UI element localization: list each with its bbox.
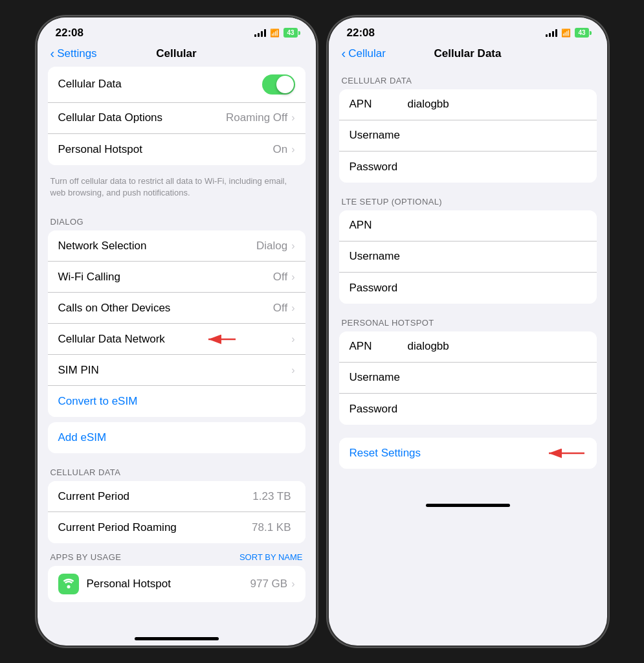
wifi-icon-1: 📶 [270,28,280,38]
apn-row-lte[interactable]: APN [339,210,597,242]
convert-esim-row[interactable]: Convert to eSIM [48,386,305,417]
password-label-cellular: Password [350,161,408,174]
nav-bar-2: ‹ Cellular Cellular Data [329,43,607,67]
chevron-back-icon-2: ‹ [342,47,346,60]
status-icons-1: 📶 43 [254,28,297,38]
personal-hotspot-app-label: Personal Hotspot [87,578,250,590]
current-period-value: 1.23 TB [252,490,291,503]
apn-value-hotspot: dialogbb [408,340,586,353]
time-1: 22:08 [56,27,83,39]
password-row-lte[interactable]: Password [339,273,597,304]
cellular-description: Turn off cellular data to restrict all d… [38,170,316,208]
scroll-content-2: CELLULAR DATA APN dialogbb Username Pass… [329,67,607,493]
username-label-cellular: Username [350,129,408,142]
password-row-hotspot[interactable]: Password [339,394,597,425]
home-indicator-1 [135,637,219,640]
personal-hotspot-row[interactable]: Personal Hotspot On › [48,134,305,165]
wifi-calling-value: Off [273,271,287,284]
apn-value-cellular: dialogbb [408,98,586,111]
cellular-data-network-row[interactable]: Cellular Data Network › [48,324,305,355]
wifi-icon-2: 📶 [561,28,571,38]
calls-other-devices-row[interactable]: Calls on Other Devices Off › [48,293,305,324]
cellular-data-options-row[interactable]: Cellular Data Options Roaming Off › [48,103,305,134]
time-2: 22:08 [347,27,375,39]
apn-row-hotspot[interactable]: APN dialogbb [339,332,597,363]
apps-list-card: Personal Hotspot 977 GB › [48,566,305,602]
data-stats-card: Current Period 1.23 TB Current Period Ro… [48,481,305,543]
chevron-icon-6: › [291,333,294,345]
lte-section-label: LTE SETUP (OPTIONAL) [329,188,607,210]
sort-by-name-button[interactable]: SORT BY NAME [239,552,303,562]
red-arrow-1 [203,333,239,346]
chevron-icon-4: › [291,271,294,283]
status-bar-1: 22:08 📶 43 [38,17,316,43]
password-label-hotspot: Password [350,403,408,416]
add-esim-label: Add eSIM [58,431,295,444]
add-esim-row[interactable]: Add eSIM [48,422,305,453]
apn-label-lte: APN [350,219,408,232]
phone-1: 22:08 📶 43 ‹ Settings Cellular Cellul [38,17,316,646]
network-selection-value: Dialog [256,240,287,253]
sim-pin-row[interactable]: SIM PIN › [48,355,305,386]
cellular-data-network-label: Cellular Data Network [58,333,292,346]
network-selection-label: Network Selection [58,240,256,253]
password-row-cellular[interactable]: Password [339,152,597,183]
lte-fields-card: APN Username Password [339,210,597,304]
chevron-icon-5: › [291,302,294,314]
username-row-cellular[interactable]: Username [339,120,597,152]
battery-icon-2: 43 [575,28,588,38]
status-bar-2: 22:08 📶 43 [329,17,607,43]
wifi-calling-row[interactable]: Wi-Fi Calling Off › [48,262,305,293]
cellular-data-row[interactable]: Cellular Data [48,67,305,103]
cellular-data-section-label-2: CELLULAR DATA [329,67,607,89]
chevron-icon-2: › [291,144,294,155]
chevron-icon-3: › [291,240,294,252]
current-period-roaming-label: Current Period Roaming [58,521,252,534]
back-label-2: Cellular [348,47,386,60]
status-icons-2: 📶 43 [546,28,588,38]
username-label-lte: Username [350,250,408,263]
username-row-hotspot[interactable]: Username [339,363,597,394]
page-title-2: Cellular Data [406,47,529,60]
wifi-calling-label: Wi-Fi Calling [58,271,273,284]
nav-bar-1: ‹ Settings Cellular [38,43,316,67]
apn-row-cellular[interactable]: APN dialogbb [339,89,597,120]
cellular-data-card: Cellular Data Cellular Data Options Roam… [48,67,305,165]
current-period-roaming-row: Current Period Roaming 78.1 KB [48,512,305,543]
current-period-row: Current Period 1.23 TB [48,481,305,512]
phone-2: 22:08 📶 43 ‹ Cellular Cellular Data CELL… [329,17,607,646]
cellular-data-options-value: Roaming Off [226,111,287,124]
red-arrow-2 [542,447,588,460]
back-button-2[interactable]: ‹ Cellular [342,47,406,60]
toggle-thumb [276,76,294,93]
scroll-content-1: Cellular Data Cellular Data Options Roam… [38,67,316,627]
back-button-1[interactable]: ‹ Settings [50,47,115,60]
apn-label-hotspot: APN [350,340,408,353]
personal-hotspot-label: Personal Hotspot [58,143,273,156]
current-period-label: Current Period [58,490,253,503]
chevron-back-icon-1: ‹ [50,47,55,60]
cellular-data-label: Cellular Data [58,78,262,91]
cellular-data-fields-card: APN dialogbb Username Password [339,89,597,183]
sim-pin-label: SIM PIN [58,364,292,377]
apps-by-usage-label: APPS BY USAGE [50,552,122,562]
username-row-lte[interactable]: Username [339,242,597,273]
page-title-1: Cellular [115,47,238,60]
personal-hotspot-value: On [272,143,287,156]
convert-esim-label: Convert to eSIM [58,395,295,408]
cellular-data-options-label: Cellular Data Options [58,111,227,124]
network-selection-row[interactable]: Network Selection Dialog › [48,230,305,262]
cellular-data-toggle[interactable] [262,74,295,95]
svg-point-2 [67,585,70,589]
hotspot-icon [62,578,75,590]
password-label-lte: Password [350,282,408,295]
reset-settings-card: Reset Settings [339,438,597,469]
personal-hotspot-app-row[interactable]: Personal Hotspot 977 GB › [48,566,305,602]
cellular-data-stats-label: CELLULAR DATA [38,458,316,481]
personal-hotspot-app-icon [58,574,79,594]
reset-settings-row[interactable]: Reset Settings [339,438,597,469]
personal-hotspot-app-value: 977 GB [250,578,288,590]
username-label-hotspot: Username [350,371,408,384]
apps-by-usage-row: APPS BY USAGE SORT BY NAME [38,548,316,566]
back-label-1: Settings [57,47,96,60]
